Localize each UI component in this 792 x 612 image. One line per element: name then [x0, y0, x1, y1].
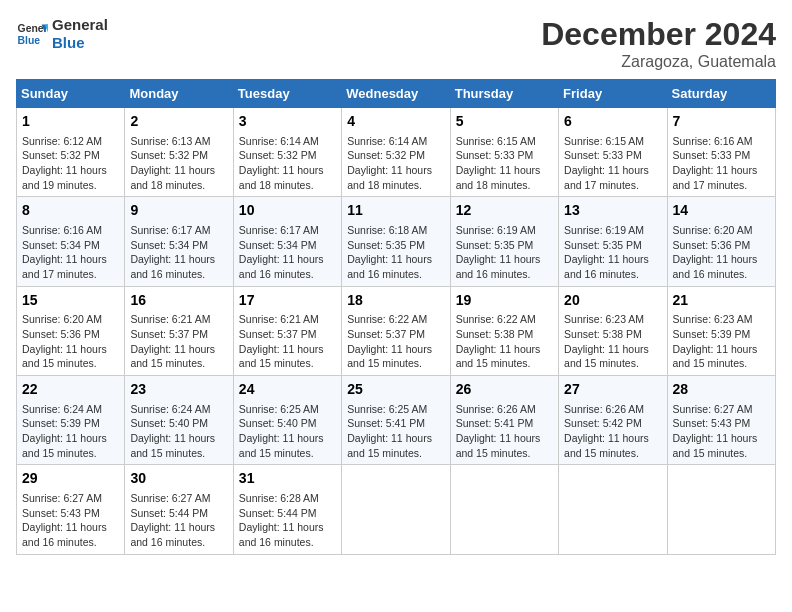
day-info: Sunrise: 6:21 AMSunset: 5:37 PMDaylight:…	[130, 312, 227, 371]
day-number: 22	[22, 380, 119, 400]
calendar-day-cell: 29Sunrise: 6:27 AMSunset: 5:43 PMDayligh…	[17, 465, 125, 554]
calendar-day-cell: 18Sunrise: 6:22 AMSunset: 5:37 PMDayligh…	[342, 286, 450, 375]
calendar-day-cell: 4Sunrise: 6:14 AMSunset: 5:32 PMDaylight…	[342, 108, 450, 197]
day-info: Sunrise: 6:24 AMSunset: 5:40 PMDaylight:…	[130, 402, 227, 461]
logo-icon: General Blue	[16, 18, 48, 50]
day-number: 9	[130, 201, 227, 221]
calendar-day-cell	[559, 465, 667, 554]
calendar-day-cell: 30Sunrise: 6:27 AMSunset: 5:44 PMDayligh…	[125, 465, 233, 554]
day-number: 11	[347, 201, 444, 221]
weekday-header-monday: Monday	[125, 80, 233, 108]
day-info: Sunrise: 6:23 AMSunset: 5:38 PMDaylight:…	[564, 312, 661, 371]
day-number: 27	[564, 380, 661, 400]
day-info: Sunrise: 6:25 AMSunset: 5:41 PMDaylight:…	[347, 402, 444, 461]
day-number: 3	[239, 112, 336, 132]
calendar-day-cell: 24Sunrise: 6:25 AMSunset: 5:40 PMDayligh…	[233, 376, 341, 465]
calendar-day-cell: 17Sunrise: 6:21 AMSunset: 5:37 PMDayligh…	[233, 286, 341, 375]
day-number: 30	[130, 469, 227, 489]
day-number: 24	[239, 380, 336, 400]
day-number: 14	[673, 201, 770, 221]
day-info: Sunrise: 6:19 AMSunset: 5:35 PMDaylight:…	[564, 223, 661, 282]
day-info: Sunrise: 6:17 AMSunset: 5:34 PMDaylight:…	[130, 223, 227, 282]
day-info: Sunrise: 6:13 AMSunset: 5:32 PMDaylight:…	[130, 134, 227, 193]
day-info: Sunrise: 6:18 AMSunset: 5:35 PMDaylight:…	[347, 223, 444, 282]
calendar-week-row: 1Sunrise: 6:12 AMSunset: 5:32 PMDaylight…	[17, 108, 776, 197]
day-info: Sunrise: 6:23 AMSunset: 5:39 PMDaylight:…	[673, 312, 770, 371]
day-number: 1	[22, 112, 119, 132]
calendar-day-cell: 9Sunrise: 6:17 AMSunset: 5:34 PMDaylight…	[125, 197, 233, 286]
day-number: 10	[239, 201, 336, 221]
calendar-day-cell: 31Sunrise: 6:28 AMSunset: 5:44 PMDayligh…	[233, 465, 341, 554]
day-info: Sunrise: 6:15 AMSunset: 5:33 PMDaylight:…	[456, 134, 553, 193]
calendar-week-row: 15Sunrise: 6:20 AMSunset: 5:36 PMDayligh…	[17, 286, 776, 375]
calendar-week-row: 22Sunrise: 6:24 AMSunset: 5:39 PMDayligh…	[17, 376, 776, 465]
day-info: Sunrise: 6:25 AMSunset: 5:40 PMDaylight:…	[239, 402, 336, 461]
weekday-header-tuesday: Tuesday	[233, 80, 341, 108]
day-info: Sunrise: 6:28 AMSunset: 5:44 PMDaylight:…	[239, 491, 336, 550]
calendar-day-cell: 21Sunrise: 6:23 AMSunset: 5:39 PMDayligh…	[667, 286, 775, 375]
calendar-day-cell: 22Sunrise: 6:24 AMSunset: 5:39 PMDayligh…	[17, 376, 125, 465]
calendar-day-cell: 16Sunrise: 6:21 AMSunset: 5:37 PMDayligh…	[125, 286, 233, 375]
day-info: Sunrise: 6:22 AMSunset: 5:38 PMDaylight:…	[456, 312, 553, 371]
day-info: Sunrise: 6:22 AMSunset: 5:37 PMDaylight:…	[347, 312, 444, 371]
calendar-day-cell: 26Sunrise: 6:26 AMSunset: 5:41 PMDayligh…	[450, 376, 558, 465]
calendar-day-cell: 28Sunrise: 6:27 AMSunset: 5:43 PMDayligh…	[667, 376, 775, 465]
calendar-day-cell: 13Sunrise: 6:19 AMSunset: 5:35 PMDayligh…	[559, 197, 667, 286]
svg-text:Blue: Blue	[18, 35, 41, 46]
calendar-day-cell: 8Sunrise: 6:16 AMSunset: 5:34 PMDaylight…	[17, 197, 125, 286]
logo: General Blue General Blue	[16, 16, 108, 52]
calendar-day-cell: 1Sunrise: 6:12 AMSunset: 5:32 PMDaylight…	[17, 108, 125, 197]
day-number: 16	[130, 291, 227, 311]
day-info: Sunrise: 6:19 AMSunset: 5:35 PMDaylight:…	[456, 223, 553, 282]
day-number: 19	[456, 291, 553, 311]
day-number: 20	[564, 291, 661, 311]
weekday-header-thursday: Thursday	[450, 80, 558, 108]
day-info: Sunrise: 6:21 AMSunset: 5:37 PMDaylight:…	[239, 312, 336, 371]
day-info: Sunrise: 6:16 AMSunset: 5:34 PMDaylight:…	[22, 223, 119, 282]
weekday-header-friday: Friday	[559, 80, 667, 108]
day-info: Sunrise: 6:27 AMSunset: 5:43 PMDaylight:…	[673, 402, 770, 461]
day-number: 12	[456, 201, 553, 221]
day-info: Sunrise: 6:15 AMSunset: 5:33 PMDaylight:…	[564, 134, 661, 193]
day-info: Sunrise: 6:14 AMSunset: 5:32 PMDaylight:…	[347, 134, 444, 193]
day-info: Sunrise: 6:17 AMSunset: 5:34 PMDaylight:…	[239, 223, 336, 282]
weekday-header-saturday: Saturday	[667, 80, 775, 108]
day-info: Sunrise: 6:24 AMSunset: 5:39 PMDaylight:…	[22, 402, 119, 461]
calendar-day-cell: 19Sunrise: 6:22 AMSunset: 5:38 PMDayligh…	[450, 286, 558, 375]
day-info: Sunrise: 6:26 AMSunset: 5:41 PMDaylight:…	[456, 402, 553, 461]
weekday-header-sunday: Sunday	[17, 80, 125, 108]
calendar-day-cell: 25Sunrise: 6:25 AMSunset: 5:41 PMDayligh…	[342, 376, 450, 465]
calendar-day-cell: 15Sunrise: 6:20 AMSunset: 5:36 PMDayligh…	[17, 286, 125, 375]
calendar-day-cell: 3Sunrise: 6:14 AMSunset: 5:32 PMDaylight…	[233, 108, 341, 197]
calendar-day-cell: 10Sunrise: 6:17 AMSunset: 5:34 PMDayligh…	[233, 197, 341, 286]
day-info: Sunrise: 6:27 AMSunset: 5:43 PMDaylight:…	[22, 491, 119, 550]
calendar-day-cell: 23Sunrise: 6:24 AMSunset: 5:40 PMDayligh…	[125, 376, 233, 465]
day-number: 18	[347, 291, 444, 311]
day-info: Sunrise: 6:12 AMSunset: 5:32 PMDaylight:…	[22, 134, 119, 193]
day-number: 23	[130, 380, 227, 400]
calendar-day-cell	[342, 465, 450, 554]
calendar-table: SundayMondayTuesdayWednesdayThursdayFrid…	[16, 79, 776, 555]
calendar-day-cell: 20Sunrise: 6:23 AMSunset: 5:38 PMDayligh…	[559, 286, 667, 375]
calendar-day-cell: 11Sunrise: 6:18 AMSunset: 5:35 PMDayligh…	[342, 197, 450, 286]
day-info: Sunrise: 6:20 AMSunset: 5:36 PMDaylight:…	[673, 223, 770, 282]
day-number: 28	[673, 380, 770, 400]
day-number: 21	[673, 291, 770, 311]
day-info: Sunrise: 6:20 AMSunset: 5:36 PMDaylight:…	[22, 312, 119, 371]
calendar-day-cell: 14Sunrise: 6:20 AMSunset: 5:36 PMDayligh…	[667, 197, 775, 286]
calendar-day-cell: 27Sunrise: 6:26 AMSunset: 5:42 PMDayligh…	[559, 376, 667, 465]
day-number: 5	[456, 112, 553, 132]
calendar-day-cell	[450, 465, 558, 554]
day-number: 17	[239, 291, 336, 311]
day-number: 6	[564, 112, 661, 132]
calendar-day-cell: 6Sunrise: 6:15 AMSunset: 5:33 PMDaylight…	[559, 108, 667, 197]
weekday-header-row: SundayMondayTuesdayWednesdayThursdayFrid…	[17, 80, 776, 108]
day-number: 29	[22, 469, 119, 489]
calendar-day-cell: 12Sunrise: 6:19 AMSunset: 5:35 PMDayligh…	[450, 197, 558, 286]
weekday-header-wednesday: Wednesday	[342, 80, 450, 108]
calendar-week-row: 8Sunrise: 6:16 AMSunset: 5:34 PMDaylight…	[17, 197, 776, 286]
logo-general: General	[52, 16, 108, 34]
location: Zaragoza, Guatemala	[541, 53, 776, 71]
calendar-day-cell: 7Sunrise: 6:16 AMSunset: 5:33 PMDaylight…	[667, 108, 775, 197]
day-info: Sunrise: 6:16 AMSunset: 5:33 PMDaylight:…	[673, 134, 770, 193]
